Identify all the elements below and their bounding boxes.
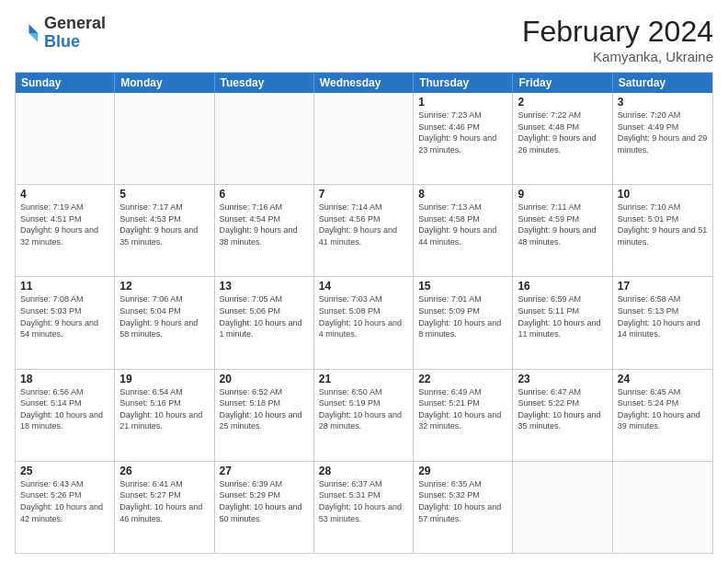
day-info: Sunrise: 7:05 AM Sunset: 5:06 PM Dayligh…: [220, 293, 309, 339]
day-info: Sunrise: 7:14 AM Sunset: 4:56 PM Dayligh…: [319, 201, 408, 247]
day-cell-15: 15Sunrise: 7:01 AM Sunset: 5:09 PM Dayli…: [414, 277, 513, 368]
title-block: February 2024 Kamyanka, Ukraine: [522, 15, 713, 64]
calendar-row-4: 25Sunrise: 6:43 AM Sunset: 5:26 PM Dayli…: [16, 461, 712, 553]
day-number: 18: [20, 373, 109, 385]
day-cell-10: 10Sunrise: 7:10 AM Sunset: 5:01 PM Dayli…: [613, 185, 712, 276]
day-cell-28: 28Sunrise: 6:37 AM Sunset: 5:31 PM Dayli…: [314, 462, 414, 553]
day-info: Sunrise: 6:35 AM Sunset: 5:32 PM Dayligh…: [418, 478, 507, 524]
day-of-week-sunday: Sunday: [16, 73, 115, 93]
calendar-row-0: 1Sunrise: 7:23 AM Sunset: 4:46 PM Daylig…: [16, 93, 712, 184]
day-number: 22: [418, 373, 507, 385]
day-info: Sunrise: 7:11 AM Sunset: 4:59 PM Dayligh…: [518, 201, 607, 247]
empty-cell: [115, 93, 214, 184]
logo-blue: Blue: [44, 32, 80, 51]
day-info: Sunrise: 6:54 AM Sunset: 5:16 PM Dayligh…: [119, 386, 209, 432]
day-cell-29: 29Sunrise: 6:35 AM Sunset: 5:32 PM Dayli…: [414, 462, 513, 553]
calendar-row-1: 4Sunrise: 7:19 AM Sunset: 4:51 PM Daylig…: [16, 184, 712, 276]
day-cell-23: 23Sunrise: 6:47 AM Sunset: 5:22 PM Dayli…: [513, 370, 612, 461]
location: Kamyanka, Ukraine: [522, 49, 713, 64]
day-info: Sunrise: 6:50 AM Sunset: 5:19 PM Dayligh…: [319, 386, 408, 432]
calendar-body: 1Sunrise: 7:23 AM Sunset: 4:46 PM Daylig…: [16, 93, 712, 553]
day-info: Sunrise: 7:20 AM Sunset: 4:49 PM Dayligh…: [618, 109, 708, 155]
day-number: 29: [418, 465, 507, 477]
day-number: 6: [220, 188, 309, 201]
day-cell-7: 7Sunrise: 7:14 AM Sunset: 4:56 PM Daylig…: [314, 185, 414, 276]
day-cell-22: 22Sunrise: 6:49 AM Sunset: 5:21 PM Dayli…: [414, 370, 513, 461]
day-info: Sunrise: 7:22 AM Sunset: 4:48 PM Dayligh…: [518, 109, 607, 155]
day-number: 5: [119, 188, 209, 201]
day-number: 23: [518, 373, 607, 385]
day-number: 20: [220, 373, 309, 385]
day-cell-26: 26Sunrise: 6:41 AM Sunset: 5:27 PM Dayli…: [115, 462, 214, 553]
day-cell-25: 25Sunrise: 6:43 AM Sunset: 5:26 PM Dayli…: [16, 462, 115, 553]
day-number: 25: [20, 465, 109, 477]
day-cell-5: 5Sunrise: 7:17 AM Sunset: 4:53 PM Daylig…: [115, 185, 214, 276]
day-of-week-saturday: Saturday: [613, 73, 712, 93]
logo-text: General Blue: [44, 15, 106, 52]
day-info: Sunrise: 6:49 AM Sunset: 5:21 PM Dayligh…: [418, 386, 507, 432]
day-cell-13: 13Sunrise: 7:05 AM Sunset: 5:06 PM Dayli…: [215, 277, 314, 368]
day-number: 1: [418, 96, 507, 109]
day-cell-8: 8Sunrise: 7:13 AM Sunset: 4:58 PM Daylig…: [414, 185, 513, 276]
empty-cell: [513, 462, 612, 553]
svg-marker-0: [28, 24, 38, 33]
empty-cell: [613, 462, 712, 553]
day-info: Sunrise: 6:47 AM Sunset: 5:22 PM Dayligh…: [518, 386, 607, 432]
empty-cell: [314, 93, 414, 184]
day-info: Sunrise: 7:17 AM Sunset: 4:53 PM Dayligh…: [119, 201, 209, 247]
day-info: Sunrise: 7:19 AM Sunset: 4:51 PM Dayligh…: [20, 201, 109, 247]
logo: General Blue: [15, 15, 106, 52]
day-info: Sunrise: 7:01 AM Sunset: 5:09 PM Dayligh…: [418, 293, 507, 339]
day-of-week-friday: Friday: [513, 73, 612, 93]
day-cell-27: 27Sunrise: 6:39 AM Sunset: 5:29 PM Dayli…: [215, 462, 314, 553]
day-cell-16: 16Sunrise: 6:59 AM Sunset: 5:11 PM Dayli…: [513, 277, 612, 368]
day-cell-1: 1Sunrise: 7:23 AM Sunset: 4:46 PM Daylig…: [414, 93, 513, 184]
day-info: Sunrise: 6:56 AM Sunset: 5:14 PM Dayligh…: [20, 386, 109, 432]
page: General Blue February 2024 Kamyanka, Ukr…: [0, 0, 728, 563]
day-number: 27: [220, 465, 309, 477]
calendar-row-2: 11Sunrise: 7:08 AM Sunset: 5:03 PM Dayli…: [16, 276, 712, 368]
day-info: Sunrise: 6:39 AM Sunset: 5:29 PM Dayligh…: [220, 478, 309, 524]
empty-cell: [16, 93, 115, 184]
day-number: 21: [319, 373, 408, 385]
day-cell-9: 9Sunrise: 7:11 AM Sunset: 4:59 PM Daylig…: [513, 185, 612, 276]
logo-general: General: [44, 14, 106, 32]
day-cell-14: 14Sunrise: 7:03 AM Sunset: 5:08 PM Dayli…: [314, 277, 414, 368]
day-number: 2: [518, 96, 607, 109]
day-cell-20: 20Sunrise: 6:52 AM Sunset: 5:18 PM Dayli…: [215, 370, 314, 461]
day-number: 16: [518, 280, 607, 293]
day-number: 10: [618, 188, 708, 201]
day-number: 15: [418, 280, 507, 293]
svg-marker-1: [28, 33, 38, 42]
day-number: 11: [20, 280, 109, 293]
day-cell-18: 18Sunrise: 6:56 AM Sunset: 5:14 PM Dayli…: [16, 370, 115, 461]
calendar-row-3: 18Sunrise: 6:56 AM Sunset: 5:14 PM Dayli…: [16, 369, 712, 461]
day-info: Sunrise: 7:16 AM Sunset: 4:54 PM Dayligh…: [220, 201, 309, 247]
logo-icon: [15, 20, 40, 46]
day-cell-19: 19Sunrise: 6:54 AM Sunset: 5:16 PM Dayli…: [115, 370, 214, 461]
day-info: Sunrise: 6:37 AM Sunset: 5:31 PM Dayligh…: [319, 478, 408, 524]
day-cell-3: 3Sunrise: 7:20 AM Sunset: 4:49 PM Daylig…: [613, 93, 712, 184]
day-number: 8: [418, 188, 507, 201]
month-title: February 2024: [522, 15, 713, 49]
calendar-header: SundayMondayTuesdayWednesdayThursdayFrid…: [16, 73, 712, 93]
day-of-week-thursday: Thursday: [414, 73, 513, 93]
empty-cell: [215, 93, 314, 184]
day-number: 19: [119, 373, 209, 385]
day-info: Sunrise: 7:23 AM Sunset: 4:46 PM Dayligh…: [418, 109, 507, 155]
day-cell-2: 2Sunrise: 7:22 AM Sunset: 4:48 PM Daylig…: [513, 93, 612, 184]
day-number: 12: [119, 280, 209, 293]
day-info: Sunrise: 7:10 AM Sunset: 5:01 PM Dayligh…: [618, 201, 708, 247]
day-number: 9: [518, 188, 607, 201]
day-number: 26: [119, 465, 209, 477]
header: General Blue February 2024 Kamyanka, Ukr…: [15, 15, 713, 64]
day-info: Sunrise: 6:59 AM Sunset: 5:11 PM Dayligh…: [518, 293, 607, 339]
calendar: SundayMondayTuesdayWednesdayThursdayFrid…: [15, 72, 713, 554]
day-info: Sunrise: 7:08 AM Sunset: 5:03 PM Dayligh…: [20, 293, 109, 339]
day-of-week-tuesday: Tuesday: [215, 73, 314, 93]
day-number: 28: [319, 465, 408, 477]
day-of-week-wednesday: Wednesday: [314, 73, 414, 93]
day-cell-21: 21Sunrise: 6:50 AM Sunset: 5:19 PM Dayli…: [314, 370, 414, 461]
day-cell-11: 11Sunrise: 7:08 AM Sunset: 5:03 PM Dayli…: [16, 277, 115, 368]
day-number: 3: [618, 96, 708, 109]
